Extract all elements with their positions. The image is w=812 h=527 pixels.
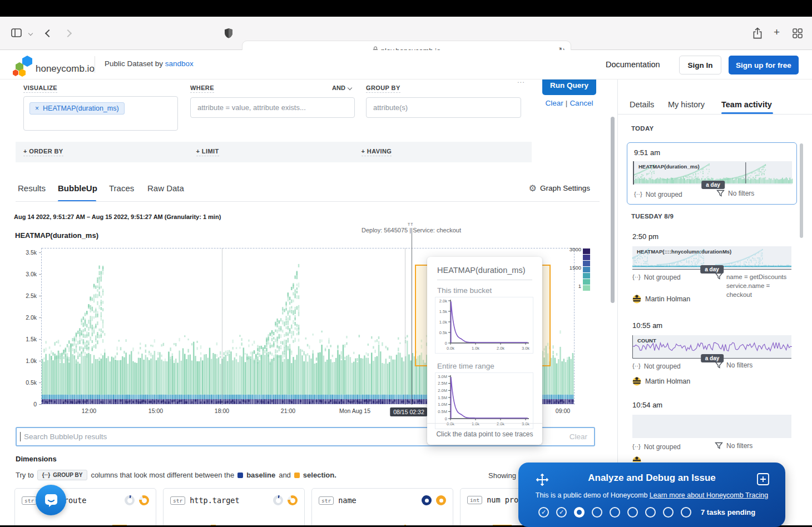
having-button[interactable]: + HAVING <box>362 148 392 156</box>
history-card-1054am[interactable]: 10:54 am {··} Not grouped No filters <box>627 401 797 468</box>
filter-funnel-icon <box>715 361 723 369</box>
sidebar-scrollbar[interactable] <box>800 143 803 238</box>
time-bucket-distribution-chart: 2.0k1.5k1.0k0.5k00.0k1.0k2.0k3.0k <box>435 297 533 354</box>
tab-raw-data[interactable]: Raw Data <box>147 183 184 193</box>
tab-team-activity[interactable]: Team activity <box>721 100 772 109</box>
legend-label: 1500 <box>563 265 581 271</box>
documentation-link[interactable]: Documentation <box>606 60 660 69</box>
task-progress: ✓✓ 7 tasks pending <box>538 507 755 518</box>
tab-bubbleup[interactable]: BubbleUp <box>58 183 97 193</box>
type-badge: str <box>170 496 185 505</box>
privacy-shield-icon[interactable] <box>224 28 233 41</box>
y-tick-label: 0.5k <box>14 379 37 386</box>
task-pending-icon[interactable] <box>645 507 656 518</box>
visualize-pill[interactable]: × HEATMAP(duration_ms) <box>29 102 125 115</box>
filter-funnel-icon <box>715 442 723 450</box>
sidebar-toggle-icon[interactable] <box>11 28 22 39</box>
where-input[interactable] <box>191 98 354 117</box>
sign-up-button[interactable]: Sign up for free <box>729 56 799 74</box>
sidebar-menu-chevron-icon[interactable] <box>28 31 33 36</box>
chat-launcher-button[interactable] <box>36 485 66 515</box>
tab-my-history[interactable]: My history <box>668 100 705 109</box>
legend-swatch <box>583 285 590 291</box>
x-tick-label: 18:00 <box>215 407 229 414</box>
share-icon[interactable] <box>752 27 763 42</box>
group-by-label: GROUP BY <box>366 84 400 93</box>
task-pending-icon[interactable] <box>681 507 691 518</box>
history-card-250pm[interactable]: 2:50 pm HEATMAP(::::hnycolumn:durationMs… <box>627 232 797 305</box>
search-clear-button[interactable]: Clear <box>570 432 594 441</box>
svg-text:1.5k: 1.5k <box>439 309 447 314</box>
deploy-marker-tag: TT <box>408 222 414 226</box>
task-pending-icon[interactable] <box>592 507 602 518</box>
legend-swatch <box>583 267 590 272</box>
selection-donut-icon <box>139 495 149 505</box>
tooltip-footer: Click the data point to see traces <box>427 423 542 445</box>
new-tab-icon[interactable]: + <box>774 26 780 38</box>
svg-text:2.0k: 2.0k <box>497 346 504 351</box>
time-range-label: Aug 14 2022, 9:51:27 AM – Aug 15 2022, 9… <box>14 213 221 220</box>
type-badge: str <box>22 496 37 505</box>
card-user: Martin Holman <box>632 295 690 304</box>
history-card-1055am[interactable]: 10:55 am COUNT a day {··} Not grouped No… <box>627 321 797 394</box>
group-icon: {··} <box>42 472 50 478</box>
task-current-icon[interactable] <box>574 507 585 518</box>
filter-funnel-icon <box>716 190 725 197</box>
menu-bar <box>0 0 812 17</box>
query-actions: Clear|Cancel <box>542 99 596 107</box>
limit-button[interactable]: + LIMIT <box>196 148 219 156</box>
demo-task-panel[interactable]: Analyze and Debug an Issue This is a pub… <box>518 463 785 527</box>
tooltip-section-range: Entire time range <box>437 362 532 370</box>
where-and-toggle[interactable]: AND <box>332 84 351 91</box>
dimension-card-http-route[interactable]: str http.route <box>14 488 156 527</box>
y-tick-label: 1.5k <box>14 336 37 342</box>
card-sparkline: HEATMAP(::::hnycolumn:durationMs) a day <box>632 246 791 270</box>
cancel-query-link[interactable]: Cancel <box>570 99 593 107</box>
card-grouping: {··} Not grouped <box>632 443 681 451</box>
tracing-link[interactable]: Learn more about Honeycomb Tracing <box>650 491 768 499</box>
graph-settings-button[interactable]: ⚙ Graph Settings <box>529 183 590 193</box>
bee-avatar <box>632 295 641 304</box>
honeycomb-logo-icon[interactable] <box>12 53 36 79</box>
baseline-selection-right <box>574 248 575 405</box>
application-window: play.honeycomb.io ↻ + honeycomb.io Publi… <box>0 0 812 527</box>
tooltip-title: HEATMAP(duration_ms) <box>437 266 532 275</box>
dataset-breadcrumb: Public Dataset by sandbox <box>105 59 194 68</box>
sandbox-link[interactable]: sandbox <box>165 59 194 68</box>
tab-overview-icon[interactable] <box>793 28 803 41</box>
expand-panel-icon[interactable] <box>756 473 770 488</box>
svg-text:0: 0 <box>445 416 447 421</box>
query-builder: VISUALIZE × HEATMAP(duration_ms) WHERE A… <box>0 79 617 163</box>
history-card-951am[interactable]: 9:51 am HEATMAP(duration_ms) a day {··} … <box>627 142 797 205</box>
back-button[interactable] <box>45 29 53 37</box>
legend-label: 3000 <box>563 246 581 252</box>
main-scrollbar[interactable] <box>611 117 615 303</box>
task-done-icon[interactable]: ✓ <box>538 507 549 518</box>
task-done-icon[interactable]: ✓ <box>556 507 567 518</box>
remove-visualize-icon[interactable]: × <box>35 105 39 112</box>
tab-details[interactable]: Details <box>630 100 654 109</box>
group-by-input[interactable] <box>367 98 521 117</box>
card-filters: No filters <box>715 361 752 369</box>
dimension-card-name[interactable]: str name <box>311 488 453 527</box>
task-pending-icon[interactable] <box>663 507 674 518</box>
tab-results[interactable]: Results <box>18 183 46 193</box>
tooltip-section-bucket: This time bucket <box>437 286 532 295</box>
chart-title: HEATMAP(duration_ms) <box>15 231 98 240</box>
dimension-card-http-target[interactable]: str http.target <box>163 488 305 527</box>
section-today: TODAY <box>631 125 654 132</box>
visualize-box[interactable]: × HEATMAP(duration_ms) <box>23 96 178 131</box>
card-time: 10:55 am <box>632 321 797 330</box>
task-pending-icon[interactable] <box>610 507 620 518</box>
chat-icon <box>44 493 58 507</box>
forward-button[interactable] <box>64 29 72 37</box>
group-by-input-box <box>366 97 521 118</box>
tab-traces[interactable]: Traces <box>109 183 134 193</box>
task-pending-icon[interactable] <box>627 507 638 518</box>
clear-query-link[interactable]: Clear <box>546 99 563 107</box>
order-by-button[interactable]: + ORDER BY <box>23 148 63 156</box>
baseline-selection-top <box>42 248 574 248</box>
logo-wordmark[interactable]: honeycomb.io <box>36 63 95 74</box>
sign-in-button[interactable]: Sign In <box>679 56 721 74</box>
group-by-badge[interactable]: {··} GROUP BY <box>37 470 88 480</box>
